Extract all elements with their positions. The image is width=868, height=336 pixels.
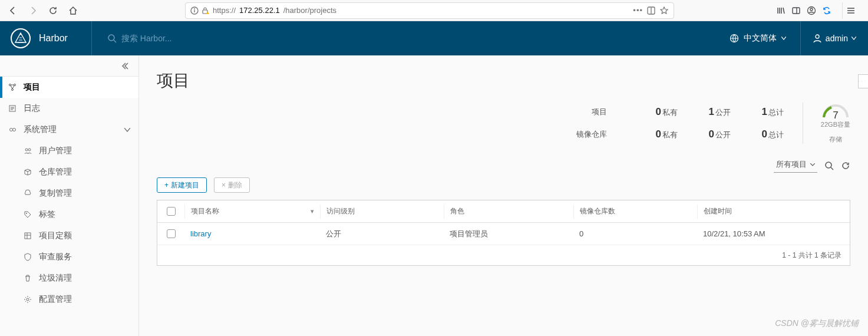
user-menu[interactable]: admin bbox=[801, 21, 868, 55]
repo-icon bbox=[24, 168, 33, 176]
stats-repos-total: 0总计 bbox=[731, 129, 784, 140]
sidebar-item-logs[interactable]: 日志 bbox=[0, 98, 138, 119]
reader-icon[interactable] bbox=[646, 6, 656, 15]
sidebar-sub-audit[interactable]: 审查服务 bbox=[0, 246, 138, 268]
admin-icon bbox=[8, 126, 18, 134]
stats-projects-label: 项目 bbox=[576, 107, 625, 117]
project-filter-select[interactable]: 所有项目 bbox=[774, 158, 817, 173]
stats-projects-public: 1公开 bbox=[678, 106, 731, 118]
bookmark-star-icon[interactable] bbox=[659, 6, 669, 15]
svg-point-10 bbox=[108, 35, 114, 41]
search-icon bbox=[107, 34, 117, 43]
table-footer: 1 - 1 共计 1 条记录 bbox=[157, 245, 850, 265]
sidebar-sub-repositories[interactable]: 仓库管理 bbox=[0, 162, 138, 183]
url-bar[interactable]: https://172.25.22.1/harbor/projects ••• bbox=[185, 2, 674, 19]
table-row[interactable]: library 公开 项目管理员 0 10/2/21, 10:53 AM bbox=[157, 223, 850, 245]
col-role[interactable]: 角色 bbox=[444, 205, 573, 219]
svg-point-19 bbox=[25, 149, 28, 151]
sidebar-item-projects[interactable]: 项目 bbox=[0, 77, 138, 98]
svg-point-26 bbox=[862, 81, 862, 82]
sidebar-icon[interactable] bbox=[791, 6, 801, 15]
logs-icon bbox=[8, 104, 18, 113]
sidebar-item-label: 项目 bbox=[24, 82, 40, 93]
close-icon: × bbox=[222, 181, 226, 189]
sidebar-sub-label: 项目定额 bbox=[39, 230, 72, 241]
stats-repos-private: 0私有 bbox=[625, 129, 678, 140]
svg-point-24 bbox=[826, 162, 831, 168]
search-input[interactable] bbox=[121, 34, 298, 43]
svg-point-2 bbox=[194, 8, 195, 9]
col-name[interactable]: 项目名称▾ bbox=[184, 205, 320, 219]
sidebar-sub-label: 标签 bbox=[39, 209, 55, 220]
account-icon[interactable] bbox=[807, 6, 816, 15]
reload-button[interactable] bbox=[45, 2, 61, 19]
plus-icon: + bbox=[164, 181, 169, 189]
sidebar-sub-gc[interactable]: 垃圾清理 bbox=[0, 268, 138, 289]
sidebar-sub-label: 审查服务 bbox=[39, 252, 72, 262]
language-label: 中文简体 bbox=[744, 33, 777, 44]
language-selector[interactable]: 中文简体 bbox=[715, 21, 801, 55]
stats-projects-private: 0私有 bbox=[625, 106, 678, 118]
logo[interactable]: Harbor bbox=[11, 21, 92, 55]
svg-rect-22 bbox=[25, 233, 31, 239]
sidebar-item-label: 系统管理 bbox=[24, 124, 57, 135]
col-access[interactable]: 访问级别 bbox=[320, 205, 444, 219]
url-prefix: https:// bbox=[213, 6, 236, 15]
svg-rect-6 bbox=[793, 8, 800, 14]
project-link[interactable]: library bbox=[190, 229, 211, 238]
col-repos[interactable]: 镜像仓库数 bbox=[573, 205, 697, 219]
gear-icon bbox=[24, 295, 33, 304]
col-created[interactable]: 创建时间 bbox=[697, 205, 850, 219]
hamburger-menu-icon[interactable] bbox=[842, 2, 859, 19]
sidebar-sub-label: 配置管理 bbox=[39, 294, 72, 305]
refresh-icon[interactable] bbox=[841, 161, 850, 170]
chevron-down-icon bbox=[852, 37, 856, 40]
svg-point-12 bbox=[816, 35, 819, 38]
url-path: /harbor/projects bbox=[283, 6, 336, 15]
page-actions-icon[interactable]: ••• bbox=[633, 6, 643, 15]
storage-value: 7 bbox=[821, 110, 850, 121]
sidebar-sub-quotas[interactable]: 项目定额 bbox=[0, 225, 138, 246]
svg-point-23 bbox=[27, 298, 29, 301]
select-all-checkbox[interactable] bbox=[167, 207, 176, 216]
svg-rect-1 bbox=[194, 10, 194, 12]
user-icon bbox=[813, 34, 822, 43]
info-icon[interactable] bbox=[190, 6, 199, 15]
back-button[interactable] bbox=[5, 2, 21, 19]
home-button[interactable] bbox=[65, 2, 81, 19]
forward-button[interactable] bbox=[25, 2, 41, 19]
new-project-button[interactable]: + 新建项目 bbox=[157, 177, 207, 193]
sidebar-sub-users[interactable]: 用户管理 bbox=[0, 140, 138, 162]
sync-icon[interactable] bbox=[822, 6, 831, 15]
sidebar-sub-replication[interactable]: 复制管理 bbox=[0, 183, 138, 204]
filter-icon[interactable]: ▾ bbox=[311, 207, 314, 215]
global-search[interactable] bbox=[107, 34, 298, 43]
library-icon[interactable] bbox=[776, 6, 786, 15]
svg-marker-4 bbox=[206, 11, 209, 14]
cell-role: 项目管理员 bbox=[444, 229, 573, 239]
side-panel-handle[interactable] bbox=[858, 74, 868, 88]
stats-repos-public: 0公开 bbox=[678, 129, 731, 140]
row-checkbox[interactable] bbox=[167, 229, 176, 238]
sidebar-collapse-button[interactable] bbox=[0, 55, 138, 77]
chevron-down-icon bbox=[124, 128, 130, 132]
sidebar-sub-labels[interactable]: 标签 bbox=[0, 204, 138, 225]
svg-point-20 bbox=[28, 149, 31, 151]
sidebar: 项目 日志 系统管理 用户管理 仓库管理 复制管理 标签 项目定额 审查服务 垃… bbox=[0, 55, 139, 336]
stats-projects-total: 1总计 bbox=[731, 106, 784, 118]
svg-point-18 bbox=[13, 129, 16, 131]
app-name: Harbor bbox=[39, 33, 68, 44]
storage-gauge: 7 22GB容量 存储 bbox=[803, 103, 850, 144]
users-icon bbox=[24, 147, 33, 155]
svg-point-9 bbox=[20, 34, 21, 35]
search-filter-icon[interactable] bbox=[824, 161, 834, 170]
sidebar-item-label: 日志 bbox=[24, 103, 40, 114]
lock-warning-icon[interactable] bbox=[201, 6, 209, 15]
sidebar-item-admin[interactable]: 系统管理 bbox=[0, 119, 138, 140]
chevron-down-icon bbox=[810, 163, 815, 166]
trash-icon bbox=[24, 274, 33, 282]
sidebar-sub-config[interactable]: 配置管理 bbox=[0, 289, 138, 310]
browser-toolbar: https://172.25.22.1/harbor/projects ••• bbox=[0, 0, 868, 21]
delete-button: × 删除 bbox=[214, 177, 250, 193]
app-header: Harbor 中文简体 admin bbox=[0, 21, 868, 55]
